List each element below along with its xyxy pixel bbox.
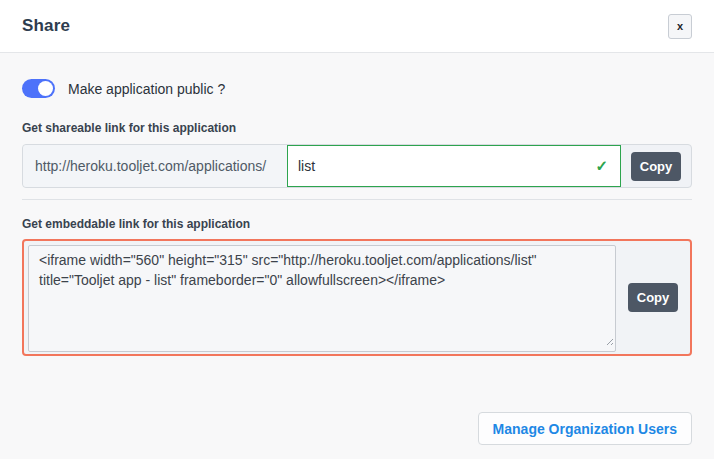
copy-embed-button[interactable]: Copy bbox=[628, 283, 678, 312]
modal-body: Make application public ? Get shareable … bbox=[0, 53, 714, 458]
manage-organization-users-button[interactable]: Manage Organization Users bbox=[478, 412, 692, 445]
embed-code-textarea[interactable]: <iframe width="560" height="315" src="ht… bbox=[28, 245, 616, 352]
shareable-link-label: Get shareable link for this application bbox=[22, 121, 692, 135]
toggle-knob-icon bbox=[38, 81, 53, 96]
slug-input[interactable] bbox=[288, 146, 620, 186]
shareable-link-group: http://heroku.tooljet.com/applications/ … bbox=[22, 144, 692, 188]
modal-title: Share bbox=[22, 16, 70, 36]
close-button[interactable]: x bbox=[668, 14, 692, 39]
modal-footer: Manage Organization Users bbox=[22, 412, 692, 445]
valid-check-icon: ✓ bbox=[595, 157, 608, 175]
copy-link-button[interactable]: Copy bbox=[631, 152, 681, 181]
section-divider bbox=[22, 199, 692, 200]
public-toggle[interactable] bbox=[22, 79, 55, 98]
embeddable-link-label: Get embeddable link for this application bbox=[22, 217, 692, 231]
public-toggle-row: Make application public ? bbox=[22, 53, 692, 98]
embed-code-group: <iframe width="560" height="315" src="ht… bbox=[22, 239, 692, 356]
modal-header: Share x bbox=[0, 0, 714, 53]
public-toggle-label: Make application public ? bbox=[68, 81, 225, 97]
embed-textarea-wrap: <iframe width="560" height="315" src="ht… bbox=[28, 245, 616, 350]
url-prefix: http://heroku.tooljet.com/applications/ bbox=[23, 145, 287, 187]
slug-input-wrap: ✓ bbox=[287, 145, 621, 187]
